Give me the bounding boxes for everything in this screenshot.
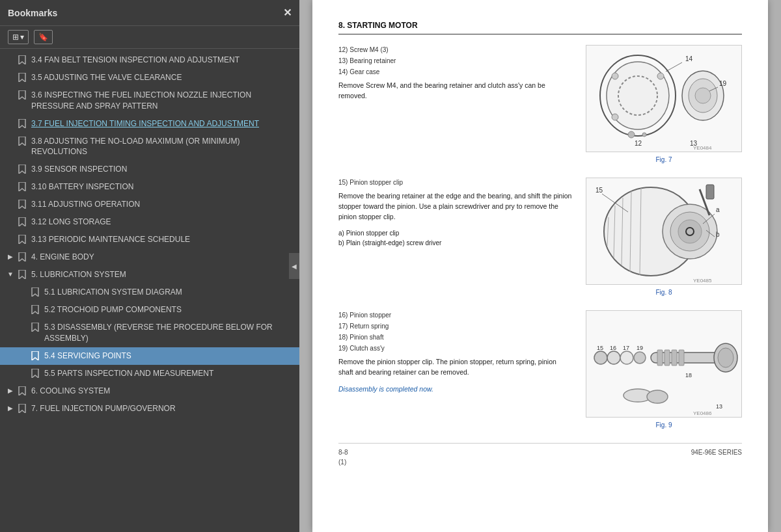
expand-arrow-icon: ▶ (5, 403, 16, 414)
bookmark-item-5.1[interactable]: 5.1 LUBRICATION SYSTEM DIAGRAM (0, 284, 299, 301)
bookmark-label: 3.10 BATTERY INSPECTION (31, 181, 294, 193)
bookmark-marker-icon (18, 270, 27, 280)
figure-7-desc: Remove Screw M4, and the bearing retaine… (338, 81, 573, 101)
bookmark-marker-icon (18, 217, 27, 228)
svg-line-7 (666, 62, 682, 72)
bookmark-marker-icon (18, 235, 27, 245)
svg-point-10 (695, 88, 711, 103)
close-button[interactable]: ✕ (283, 7, 292, 19)
svg-text:YE0484: YE0484 (693, 145, 712, 151)
collapse-arrow-icon: ▼ (5, 269, 16, 280)
bookmark-marker-icon (18, 200, 27, 210)
svg-point-4 (657, 73, 664, 79)
figure-7-caption: Fig. 7 (586, 155, 742, 165)
figure-9-caption: Fig. 9 (586, 420, 742, 430)
page-number: 8-8 (338, 447, 348, 457)
svg-text:YE0485: YE0485 (693, 278, 712, 284)
svg-text:12: 12 (635, 140, 642, 147)
figure-7-image: 14 19 12 13 (586, 45, 742, 165)
expand-arrow-icon: ▶ (5, 252, 16, 262)
figure-8-desc: Remove the bearing retainer at the edge … (338, 191, 573, 222)
svg-rect-46 (657, 350, 663, 366)
bookmark-item-3.12[interactable]: 3.12 LONG STORAGE (0, 213, 299, 231)
figure-7-box: 14 19 12 13 (586, 45, 742, 152)
bookmark-marker-icon (18, 252, 27, 263)
bookmark-label: 3.12 LONG STORAGE (31, 217, 294, 228)
bookmarks-header: Bookmarks ✕ (0, 0, 299, 26)
figure-8-note-a: a) Pinion stopper clip (338, 228, 573, 238)
svg-rect-49 (679, 350, 684, 366)
bookmark-item-3.9[interactable]: 3.9 SENSOR INSPECTION (0, 161, 299, 178)
bookmarks-list: 3.4 FAN BELT TENSION INSPECTION AND ADJU… (0, 49, 299, 532)
figure-8-caption: Fig. 8 (586, 287, 742, 297)
figure-9-completion: Disassembly is completed now. (338, 384, 573, 395)
bookmark-label: 5.2 TROCHOID PUMP COMPONENTS (44, 304, 294, 315)
bookmark-item-3.11[interactable]: 3.11 ADJUSTING OPERATION (0, 196, 299, 213)
svg-point-39 (607, 351, 620, 364)
bookmark-label: 3.11 ADJUSTING OPERATION (31, 199, 294, 210)
bookmark-item-5.2[interactable]: 5.2 TROCHOID PUMP COMPONENTS (0, 301, 299, 319)
bookmark-item-3.5[interactable]: 3.5 ADJUSTING THE VALVE CLEARANCE (0, 69, 299, 86)
bookmark-item-5[interactable]: ▼ 5. LUBRICATION SYSTEM (0, 266, 299, 284)
bookmark-label: 5.1 LUBRICATION SYSTEM DIAGRAM (44, 287, 294, 298)
figure-8-box: 15 a b YE0485 (586, 178, 742, 285)
svg-rect-28 (706, 185, 714, 199)
bookmark-item-5.4[interactable]: 5.4 SERVICING POINTS (0, 347, 299, 365)
bookmark-marker-icon (31, 369, 40, 379)
bookmark-label: 3.4 FAN BELT TENSION INSPECTION AND ADJU… (31, 55, 294, 66)
bookmark-item-5.5[interactable]: 5.5 PARTS INSPECTION AND MEASUREMENT (0, 365, 299, 382)
bookmark-item-3.7[interactable]: 3.7 FUEL INJECTION TIMING INSPECTION AND… (0, 115, 299, 133)
bookmark-item-5.3[interactable]: 5.3 DISASSEMBLY (REVERSE THE PROCEDURE B… (0, 319, 299, 347)
bookmark-marker-icon (31, 323, 40, 333)
figure-7-section: 12) Screw M4 (3) 13) Bearing retainer 14… (338, 45, 742, 165)
figure-8-note-b: b) Plain (straight-edge) screw driver (338, 238, 573, 248)
bookmark-marker-icon (18, 73, 27, 83)
bookmark-marker-icon (18, 182, 27, 193)
svg-point-3 (612, 73, 618, 79)
bookmark-marker-icon (18, 386, 27, 397)
figure-9-image: 15 16 17 19 (586, 310, 742, 430)
bookmark-marker-icon (18, 137, 27, 147)
svg-text:18: 18 (685, 372, 692, 379)
bookmark-label: 5. LUBRICATION SYSTEM (31, 269, 294, 280)
svg-point-5 (612, 114, 618, 120)
svg-text:YE0486: YE0486 (693, 410, 712, 416)
bookmark-item-3.10[interactable]: 3.10 BATTERY INSPECTION (0, 178, 299, 196)
bookmark-label: 3.5 ADJUSTING THE VALVE CLEARANCE (31, 72, 294, 83)
svg-rect-47 (665, 350, 670, 366)
document-panel: 8. STARTING MOTOR 12) Screw M4 (3) 13) B… (299, 0, 781, 532)
bookmark-item-3.13[interactable]: 3.13 PERIODIC MAINTENANCE SCHEDULE (0, 231, 299, 248)
grid-icon: ⊞ (12, 33, 19, 42)
bookmark-label: 4. ENGINE BODY (31, 252, 294, 263)
bookmark-label: 5.3 DISASSEMBLY (REVERSE THE PROCEDURE B… (44, 322, 294, 344)
figure-9-desc: Remove the pinion stopper clip. The pini… (338, 357, 573, 378)
bookmark-label: 3.7 FUEL INJECTION TIMING INSPECTION AND… (31, 118, 294, 129)
grid-view-button[interactable]: ⊞ ▾ (8, 30, 29, 44)
panel-collapse-button[interactable]: ◀ (289, 253, 299, 279)
svg-point-26 (678, 220, 702, 243)
bookmark-item-6[interactable]: ▶ 6. COOLING SYSTEM (0, 382, 299, 400)
figure-8-image: 15 a b YE0485 Fig. 8 (586, 178, 742, 297)
bookmark-item-3.4[interactable]: 3.4 FAN BELT TENSION INSPECTION AND ADJU… (0, 51, 299, 69)
bookmark-label: 7. FUEL INJECTION PUMP/GOVERNOR (31, 403, 294, 414)
svg-text:16: 16 (610, 345, 616, 351)
bookmarks-panel: Bookmarks ✕ ⊞ ▾ 🔖 3.4 FAN BELT TENSION I… (0, 0, 299, 532)
bookmark-label: 3.9 SENSOR INSPECTION (31, 164, 294, 175)
bookmark-item-7[interactable]: ▶ 7. FUEL INJECTION PUMP/GOVERNOR (0, 400, 299, 418)
footer-series: 94E-96E SERIES (691, 447, 742, 467)
bookmark-label: 6. COOLING SYSTEM (31, 386, 294, 397)
figure-8-label: Fig. 8 (655, 289, 672, 296)
bookmark-item-3.8[interactable]: 3.8 ADJUSTING THE NO-LOAD MAXIMUM (OR MI… (0, 133, 299, 161)
bookmark-item-4[interactable]: ▶ 4. ENGINE BODY (0, 248, 299, 266)
bookmark-options-button[interactable]: 🔖 (34, 30, 53, 44)
bookmark-item-3.6[interactable]: 3.6 INSPECTING THE FUEL INJECTION NOZZLE… (0, 86, 299, 115)
bookmark-marker-icon (18, 55, 27, 66)
bookmark-marker-icon (31, 287, 40, 298)
svg-point-51 (718, 348, 733, 367)
figure-8-section: 15) Pinion stopper clip Remove the beari… (338, 178, 742, 297)
document-page: 8. STARTING MOTOR 12) Screw M4 (3) 13) B… (312, 0, 768, 532)
footer-left: 8-8 (1) (338, 447, 348, 467)
bookmarks-title: Bookmarks (8, 8, 57, 18)
expand-arrow-icon: ▶ (5, 386, 16, 396)
bookmark-marker-icon (18, 90, 27, 101)
